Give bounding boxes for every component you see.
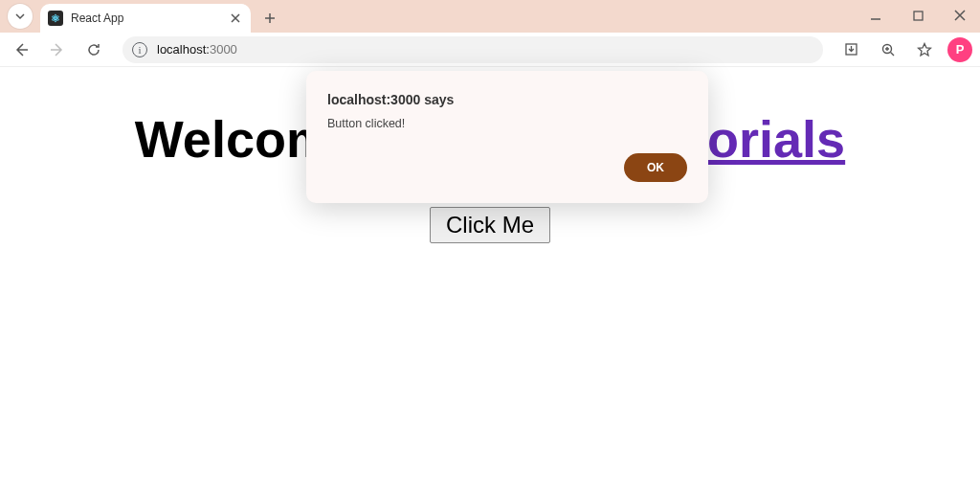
install-app-button[interactable] [838, 36, 865, 63]
window-close-button[interactable] [946, 4, 974, 27]
tab-close-button[interactable] [228, 11, 243, 26]
browser-chrome: ⚛ React App [0, 0, 980, 67]
url-path: 3000 [210, 42, 237, 57]
nav-forward-button[interactable] [44, 36, 71, 63]
react-logo-icon: ⚛ [51, 12, 60, 25]
browser-toolbar: i localhost:3000 P [0, 33, 980, 67]
close-icon [231, 13, 240, 23]
alert-button-row: OK [327, 153, 687, 182]
click-me-button[interactable]: Click Me [430, 207, 550, 243]
reload-icon [86, 42, 101, 57]
arrow-right-icon [50, 42, 65, 57]
address-bar[interactable]: i localhost:3000 [122, 36, 823, 63]
tab-title: React App [71, 11, 228, 25]
alert-message: Button clicked! [327, 117, 687, 130]
svg-rect-0 [914, 11, 923, 20]
profile-initial: P [956, 42, 965, 57]
tab-search-button[interactable] [8, 4, 33, 29]
browser-tab-active[interactable]: ⚛ React App [40, 4, 251, 33]
alert-title: localhost:3000 says [327, 92, 687, 107]
react-favicon: ⚛ [48, 11, 63, 26]
zoom-icon [880, 42, 896, 57]
profile-avatar[interactable]: P [947, 37, 972, 62]
nav-back-button[interactable] [8, 36, 34, 63]
star-icon [917, 42, 932, 57]
plus-icon [264, 12, 276, 24]
alert-ok-button[interactable]: OK [624, 153, 687, 182]
arrow-left-icon [13, 42, 29, 57]
new-tab-button[interactable] [256, 5, 283, 32]
site-info-icon[interactable]: i [132, 42, 147, 57]
window-minimize-button[interactable] [861, 4, 890, 27]
maximize-icon [913, 11, 924, 21]
close-icon [954, 10, 966, 21]
url-host: localhost: [157, 42, 210, 57]
js-alert-dialog: localhost:3000 says Button clicked! OK [306, 71, 708, 203]
window-maximize-button[interactable] [903, 4, 932, 27]
chevron-down-icon [14, 11, 26, 22]
window-controls [861, 4, 974, 27]
zoom-button[interactable] [875, 36, 902, 63]
toolbar-right: P [838, 36, 972, 63]
install-icon [844, 42, 859, 57]
tab-strip: ⚛ React App [0, 0, 980, 33]
bookmark-button[interactable] [911, 36, 938, 63]
nav-reload-button[interactable] [80, 36, 107, 63]
minimize-icon [870, 10, 881, 21]
